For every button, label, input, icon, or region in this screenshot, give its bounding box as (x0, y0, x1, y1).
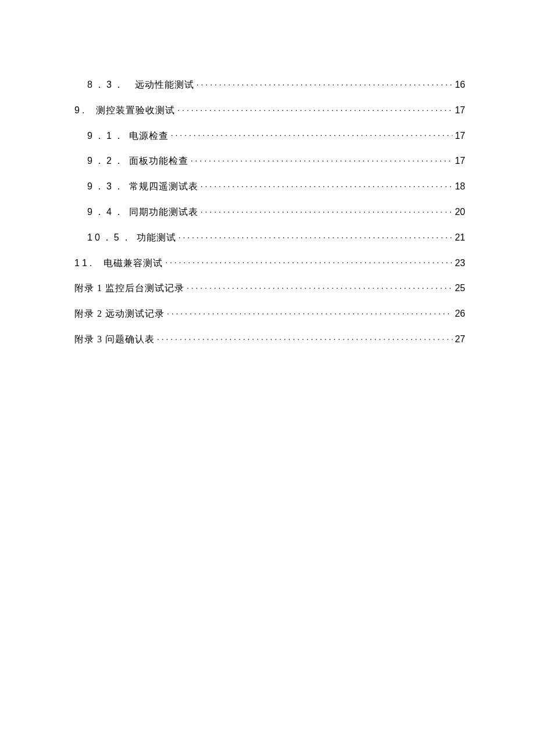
toc-leader-dots (171, 130, 452, 139)
toc-number: 11. (74, 257, 104, 270)
toc-number: 9. (74, 105, 96, 117)
toc-row: 10．5．功能测试21 (74, 231, 465, 244)
toc-title: 同期功能测试表 (129, 206, 198, 218)
toc-title: 测控装置验收测试 (96, 105, 175, 117)
toc-leader-dots (201, 206, 452, 215)
toc-title: 面板功能检查 (129, 155, 188, 167)
toc-title: 远动性能测试 (135, 79, 194, 91)
toc-title: 电磁兼容测试 (104, 257, 163, 270)
toc-title: 附录 2 远动测试记录 (74, 308, 165, 320)
toc-leader-dots (167, 307, 452, 317)
toc-row: 11.电磁兼容测试23 (74, 257, 465, 270)
toc-page-number: 16 (455, 79, 465, 91)
toc-leader-dots (201, 180, 452, 189)
toc-row: 9．2．面板功能检查17 (74, 155, 465, 167)
toc-page-number: 26 (455, 308, 465, 320)
toc-leader-dots (187, 282, 452, 291)
toc-page-number: 25 (455, 282, 465, 295)
toc-page-number: 17 (455, 105, 465, 117)
toc-title: 附录 1 监控后台测试记录 (74, 282, 184, 295)
toc-leader-dots (157, 333, 452, 342)
toc-row: 9．4．同期功能测试表20 (74, 206, 465, 218)
toc-leader-dots (165, 257, 452, 266)
toc-title: 电源检查 (129, 130, 169, 142)
toc-page-number: 21 (455, 232, 465, 244)
toc-row: 9．1．电源检查17 (74, 130, 465, 142)
toc-page-number: 27 (455, 334, 465, 346)
toc-title: 附录 3 问题确认表 (74, 334, 155, 346)
toc-page-number: 23 (455, 257, 465, 270)
toc-page: 8．3．远动性能测试169.测控装置验收测试179．1．电源检查179．2．面板… (0, 0, 535, 346)
toc-number: 10．5． (87, 232, 137, 244)
toc-title: 常规四遥测试表 (129, 181, 198, 193)
toc-title: 功能测试 (137, 232, 176, 244)
toc-leader-dots (179, 231, 453, 241)
toc-page-number: 18 (455, 181, 465, 193)
toc-row: 附录 2 远动测试记录26 (74, 307, 465, 320)
toc-page-number: 17 (455, 155, 465, 167)
toc-page-number: 17 (455, 130, 465, 142)
toc-page-number: 20 (455, 206, 465, 218)
toc-leader-dots (191, 155, 452, 164)
toc-number: 9．2． (87, 155, 129, 167)
toc-row: 9．3．常规四遥测试表18 (74, 180, 465, 193)
toc-number: 9．1． (87, 130, 129, 142)
toc-row: 附录 3 问题确认表27 (74, 333, 465, 346)
toc-number: 8．3． (87, 79, 135, 91)
toc-number: 9．3． (87, 181, 129, 193)
toc-leader-dots (177, 104, 452, 113)
toc-leader-dots (197, 78, 452, 88)
toc-row: 附录 1 监控后台测试记录25 (74, 282, 465, 295)
toc-row: 9.测控装置验收测试17 (74, 104, 465, 117)
toc-row: 8．3．远动性能测试16 (74, 78, 465, 91)
toc-number: 9．4． (87, 206, 129, 218)
